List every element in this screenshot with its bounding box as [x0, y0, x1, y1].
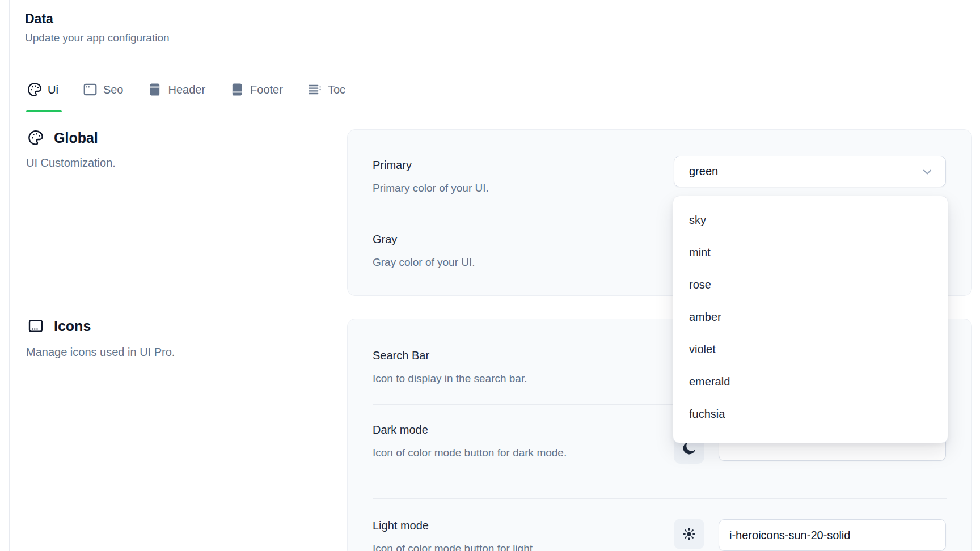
option-rose[interactable]: rose — [673, 269, 948, 301]
light-mode-field-label: Light mode — [373, 519, 429, 532]
header-divider — [10, 63, 980, 63]
option-sky[interactable]: sky — [673, 204, 948, 236]
primary-color-select-value: green — [689, 165, 718, 178]
tabbar-border — [10, 112, 980, 112]
window-icon — [82, 82, 98, 98]
tab-header[interactable]: Header — [147, 82, 205, 98]
tab-seo[interactable]: Seo — [82, 82, 124, 98]
light-mode-icon-input[interactable] — [719, 519, 946, 551]
page-subtitle: Update your app configuration — [25, 32, 170, 44]
tab-label: Toc — [328, 83, 345, 96]
option-amber[interactable]: amber — [673, 301, 948, 333]
tab-label: Header — [168, 83, 205, 96]
tab-bar: Ui Seo Header Footer Toc — [27, 78, 345, 101]
option-fuchsia[interactable]: fuchsia — [673, 398, 948, 430]
option-emerald[interactable]: emerald — [673, 366, 948, 398]
icons-section-header: Icons — [27, 317, 91, 334]
dark-mode-field-label: Dark mode — [373, 423, 428, 436]
icons-section-description: Manage icons used in UI Pro. — [26, 346, 175, 359]
search-bar-field-label: Search Bar — [373, 349, 429, 362]
panel-top-icon — [147, 82, 163, 98]
gray-field-label: Gray — [373, 233, 397, 246]
primary-color-dropdown: sky mint rose amber violet emerald fuchs… — [673, 196, 948, 443]
light-mode-icon-preview — [674, 519, 704, 549]
global-section-description: UI Customization. — [26, 156, 116, 169]
app-window-icon — [27, 317, 44, 334]
global-section-header: Global — [27, 129, 98, 146]
tab-label: Footer — [250, 83, 283, 96]
global-section-title: Global — [54, 130, 98, 146]
primary-field-label: Primary — [373, 159, 412, 172]
primary-color-select[interactable]: green — [674, 156, 946, 187]
tab-label: Ui — [48, 83, 58, 96]
tab-toc[interactable]: Toc — [307, 82, 345, 98]
tab-label: Seo — [103, 83, 124, 96]
card-row-divider — [373, 498, 947, 499]
gray-field-description: Gray color of your UI. — [373, 252, 475, 273]
tab-ui[interactable]: Ui — [27, 82, 58, 98]
icons-section-title: Icons — [54, 318, 91, 334]
page-title: Data — [25, 11, 53, 27]
panel-bottom-icon — [229, 82, 245, 98]
dark-mode-field-description: Icon of color mode button for dark mode. — [373, 442, 567, 463]
palette-icon — [27, 82, 43, 98]
chevron-down-icon — [920, 165, 934, 179]
search-bar-field-description: Icon to display in the search bar. — [373, 368, 527, 389]
primary-field-description: Primary color of your UI. — [373, 177, 489, 198]
palette-icon — [27, 129, 44, 146]
option-violet[interactable]: violet — [673, 333, 948, 366]
option-mint[interactable]: mint — [673, 236, 948, 269]
toc-list-icon — [307, 82, 323, 98]
light-mode-field-description: Icon of color mode button for light — [373, 538, 533, 551]
active-tab-underline — [26, 110, 62, 112]
tab-footer[interactable]: Footer — [229, 82, 283, 98]
page-left-border — [9, 0, 10, 551]
primary-color-option-list: sky mint rose amber violet emerald fuchs… — [673, 196, 948, 430]
sun-icon — [681, 526, 697, 542]
